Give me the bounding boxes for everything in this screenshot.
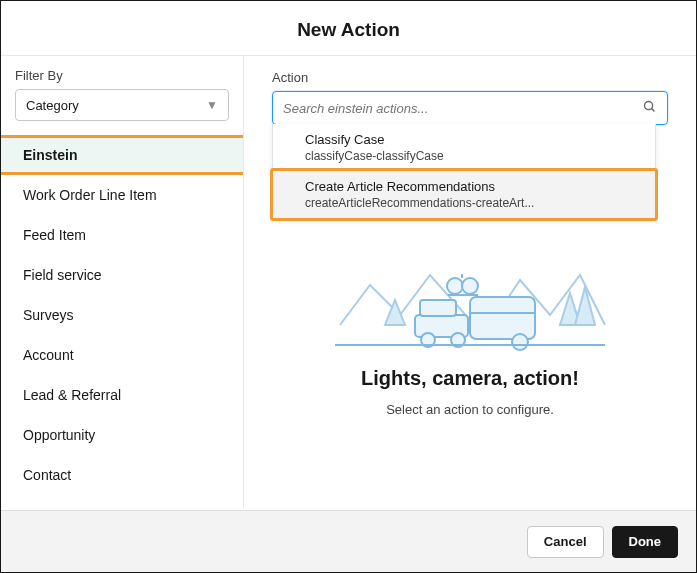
svg-point-13 — [462, 278, 478, 294]
search-icon — [642, 99, 657, 118]
cancel-button[interactable]: Cancel — [527, 526, 604, 558]
sidebar-item-surveys[interactable]: Surveys — [1, 295, 243, 335]
dropdown-item-create-article-recommendations[interactable]: Create Article Recommendations createArt… — [270, 168, 658, 221]
dialog-footer: Cancel Done — [1, 510, 696, 572]
category-list: Einstein Work Order Line Item Feed Item … — [1, 135, 243, 508]
action-label: Action — [272, 70, 668, 85]
sidebar-item-feed-item[interactable]: Feed Item — [1, 215, 243, 255]
main-panel: Action Classify Case classifyCase-classi… — [244, 56, 696, 508]
done-button[interactable]: Done — [612, 526, 679, 558]
filter-sidebar: Filter By Category ▼ Einstein Work Order… — [1, 56, 244, 508]
dialog-body: Filter By Category ▼ Einstein Work Order… — [1, 56, 696, 508]
dropdown-item-title: Classify Case — [305, 132, 623, 147]
dropdown-item-sub: classifyCase-classifyCase — [305, 149, 623, 163]
sidebar-item-account[interactable]: Account — [1, 335, 243, 375]
sidebar-item-field-service[interactable]: Field service — [1, 255, 243, 295]
action-dropdown: Classify Case classifyCase-classifyCase … — [272, 124, 656, 219]
svg-point-12 — [447, 278, 463, 294]
svg-marker-4 — [575, 287, 595, 325]
action-search-box[interactable] — [272, 91, 668, 125]
empty-state-subtitle: Select an action to configure. — [272, 402, 668, 417]
action-search-input[interactable] — [283, 101, 642, 116]
category-select[interactable]: Category ▼ — [15, 89, 229, 121]
svg-rect-9 — [470, 297, 535, 339]
dropdown-item-title: Create Article Recommendations — [305, 179, 623, 194]
filter-by-label: Filter By — [1, 68, 243, 89]
dialog-title: New Action — [1, 19, 696, 41]
svg-point-0 — [645, 101, 653, 109]
svg-point-10 — [512, 334, 528, 350]
svg-rect-8 — [420, 300, 456, 316]
sidebar-item-asset[interactable]: Asset — [1, 495, 243, 508]
sidebar-item-opportunity[interactable]: Opportunity — [1, 415, 243, 455]
empty-state-title: Lights, camera, action! — [272, 367, 668, 390]
dialog-header: New Action — [1, 1, 696, 56]
chevron-down-icon: ▼ — [206, 98, 218, 112]
dropdown-item-sub: createArticleRecommendations-createArt..… — [305, 196, 623, 210]
empty-illustration-icon — [330, 245, 610, 355]
category-select-value: Category — [26, 98, 79, 113]
empty-state: Lights, camera, action! Select an action… — [272, 245, 668, 417]
sidebar-item-einstein[interactable]: Einstein — [1, 135, 244, 175]
sidebar-item-work-order-line-item[interactable]: Work Order Line Item — [1, 175, 243, 215]
sidebar-item-contact[interactable]: Contact — [1, 455, 243, 495]
dropdown-item-classify-case[interactable]: Classify Case classifyCase-classifyCase — [273, 124, 655, 171]
sidebar-item-lead-referral[interactable]: Lead & Referral — [1, 375, 243, 415]
svg-line-1 — [652, 108, 655, 111]
